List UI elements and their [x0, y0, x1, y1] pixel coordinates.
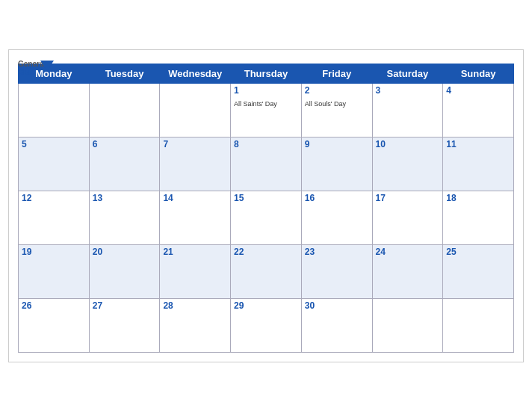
calendar-cell: 19: [19, 244, 90, 298]
day-number: 1: [234, 85, 298, 96]
calendar-cell: 29: [231, 298, 302, 352]
calendar-cell: [160, 83, 231, 137]
calendar-cell: [372, 298, 443, 352]
weekday-sunday: Sunday: [443, 64, 514, 83]
day-number: 17: [376, 193, 440, 203]
day-number: 2: [305, 85, 369, 96]
day-number: 29: [234, 300, 298, 311]
calendar-row: 1All Saints' Day2All Souls' Day34: [19, 83, 514, 137]
calendar-cell: 12: [19, 191, 90, 244]
calendar-cell: 28: [160, 298, 231, 352]
calendar-row: 19202122232425: [19, 244, 514, 298]
calendar-cell: 14: [160, 191, 231, 244]
calendar-cell: 13: [89, 191, 160, 244]
day-number: 15: [234, 193, 298, 203]
calendar-cell: [443, 298, 514, 352]
day-number: 14: [163, 193, 227, 203]
day-number: 19: [22, 247, 86, 257]
calendar-cell: 10: [372, 137, 443, 191]
day-number: 6: [93, 139, 157, 149]
day-number: 16: [305, 193, 369, 203]
weekday-saturday: Saturday: [372, 64, 443, 83]
calendar-cell: 23: [301, 244, 372, 298]
calendar-cell: 30: [301, 298, 372, 352]
weekday-wednesday: Wednesday: [160, 64, 231, 83]
day-number: 22: [234, 247, 298, 257]
calendar-row: 2627282930: [19, 298, 514, 352]
calendar-row: 12131415161718: [19, 191, 514, 244]
weekday-tuesday: Tuesday: [89, 64, 160, 83]
day-number: 21: [163, 247, 227, 257]
day-number: 30: [305, 300, 369, 311]
day-number: 28: [163, 300, 227, 311]
day-number: 12: [22, 193, 86, 203]
calendar-cell: 1All Saints' Day: [231, 83, 302, 137]
calendar-cell: 2All Souls' Day: [301, 83, 372, 137]
day-number: 11: [446, 139, 510, 149]
calendar-cell: 5: [19, 137, 90, 191]
calendar-cell: 9: [301, 137, 372, 191]
day-number: 20: [93, 247, 157, 257]
day-event: All Saints' Day: [234, 100, 277, 108]
calendar-table: MondayTuesdayWednesdayThursdayFridaySatu…: [18, 64, 514, 353]
weekday-friday: Friday: [301, 64, 372, 83]
day-number: 25: [446, 247, 510, 257]
day-number: 8: [234, 139, 298, 149]
day-number: 27: [93, 300, 157, 311]
day-number: 7: [163, 139, 227, 149]
day-number: 13: [93, 193, 157, 203]
calendar-cell: [89, 83, 160, 137]
day-number: 4: [446, 85, 510, 96]
calendar-cell: 8: [231, 137, 302, 191]
day-event: All Souls' Day: [305, 100, 346, 108]
calendar-cell: 27: [89, 298, 160, 352]
calendar-container: General Blue MondayTuesdayWednesdayThurs…: [8, 49, 524, 362]
calendar-cell: 20: [89, 244, 160, 298]
calendar-cell: 17: [372, 191, 443, 244]
day-number: 10: [376, 139, 440, 149]
weekday-header-row: MondayTuesdayWednesdayThursdayFridaySatu…: [19, 64, 514, 83]
calendar-cell: 24: [372, 244, 443, 298]
calendar-cell: 3: [372, 83, 443, 137]
calendar-cell: 11: [443, 137, 514, 191]
day-number: 5: [22, 139, 86, 149]
calendar-row: 567891011: [19, 137, 514, 191]
calendar-cell: 18: [443, 191, 514, 244]
svg-text:Blue: Blue: [18, 68, 34, 76]
day-number: 23: [305, 247, 369, 257]
day-number: 18: [446, 193, 510, 203]
calendar-cell: 25: [443, 244, 514, 298]
calendar-cell: 4: [443, 83, 514, 137]
calendar-cell: 6: [89, 137, 160, 191]
calendar-cell: 21: [160, 244, 231, 298]
logo: General Blue: [18, 58, 54, 84]
day-number: 3: [376, 85, 440, 96]
day-number: 26: [22, 300, 86, 311]
calendar-cell: 22: [231, 244, 302, 298]
calendar-cell: 26: [19, 298, 90, 352]
logo-icon: General Blue: [18, 58, 54, 84]
calendar-cell: 16: [301, 191, 372, 244]
weekday-thursday: Thursday: [231, 64, 302, 83]
day-number: 9: [305, 139, 369, 149]
calendar-cell: 7: [160, 137, 231, 191]
calendar-cell: 15: [231, 191, 302, 244]
calendar-cell: [19, 83, 90, 137]
day-number: 24: [376, 247, 440, 257]
